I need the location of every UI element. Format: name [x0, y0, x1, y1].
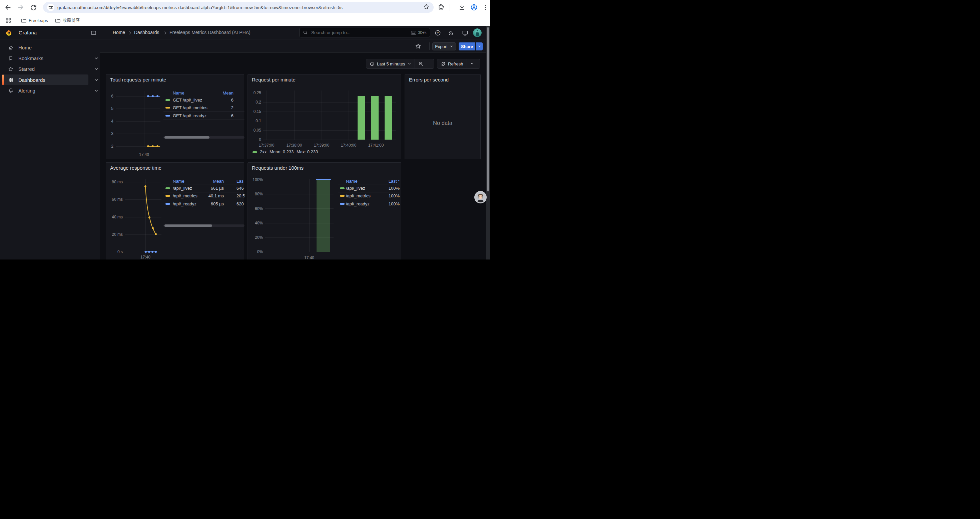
- panel-title[interactable]: Request per minute: [252, 77, 296, 83]
- apps-grid-button[interactable]: [3, 16, 13, 25]
- sidebar-item-label: Dashboards: [18, 77, 45, 83]
- legend-row: /api/_livez 661 µs 646: [164, 184, 245, 192]
- chevron-down-icon[interactable]: [94, 57, 99, 60]
- legend-max: Max: 0.233: [296, 149, 318, 154]
- forward-button[interactable]: [17, 4, 24, 11]
- legend-scrollbar-thumb[interactable]: [164, 224, 212, 227]
- sidebar-item-starred[interactable]: Starred: [2, 64, 88, 74]
- sidebar-item-label: Home: [18, 45, 32, 50]
- star-dashboard-button[interactable]: [414, 42, 422, 50]
- dashboards-grid-icon: [8, 77, 14, 83]
- help-icon: ?: [434, 30, 441, 36]
- sidebar-item-dashboards[interactable]: Dashboards: [2, 75, 88, 85]
- legend-series-name[interactable]: /api/_livez: [346, 186, 381, 191]
- y-tick: 0 s: [106, 249, 123, 254]
- bookmark-star-button[interactable]: [423, 3, 430, 11]
- user-avatar[interactable]: [473, 29, 482, 37]
- legend-header-mean[interactable]: Mean: [203, 179, 224, 184]
- legend-series-name[interactable]: /api/_readyz: [346, 201, 381, 206]
- series-color-pill: [165, 115, 170, 117]
- reload-button[interactable]: [30, 4, 37, 11]
- profile-button[interactable]: [470, 4, 478, 11]
- legend-header-mean[interactable]: Mean: [210, 91, 234, 96]
- readyz-100-line: [316, 179, 331, 180]
- y-tick: 0%: [248, 249, 263, 254]
- legend-series-name[interactable]: /api/_metrics: [346, 193, 381, 198]
- site-info-icon: [48, 5, 53, 10]
- gridline: [294, 91, 294, 140]
- extensions-button[interactable]: [437, 4, 445, 11]
- y-tick: 100%: [248, 177, 263, 182]
- legend-header-name[interactable]: Name: [346, 179, 381, 184]
- breadcrumb-dashboards[interactable]: Dashboards: [134, 30, 159, 35]
- data-point: [145, 251, 147, 253]
- data-point: [156, 95, 158, 97]
- folder-icon: [21, 18, 26, 23]
- refresh-interval-button[interactable]: [467, 59, 477, 69]
- chevron-down-icon[interactable]: [94, 67, 99, 71]
- legend-series-name[interactable]: GET /api/_readyz: [173, 113, 210, 118]
- chevron-down-icon[interactable]: [94, 89, 99, 93]
- bookmark-folder-blogs[interactable]: 收藏博客: [53, 16, 82, 25]
- search-box[interactable]: ⌘+k: [299, 28, 430, 37]
- x-tick: 17:40: [134, 152, 154, 157]
- sidebar-item-alerting[interactable]: Alerting: [2, 85, 88, 96]
- x-tick: 17:37:00: [255, 143, 278, 148]
- downloads-button[interactable]: [458, 4, 466, 11]
- panel-title[interactable]: Requests under 100ms: [252, 165, 304, 171]
- panel-title[interactable]: Average response time: [110, 165, 161, 171]
- legend-series-name[interactable]: GET /api/_metrics: [173, 105, 210, 110]
- legend-header-name[interactable]: Name: [173, 179, 203, 184]
- legend-series-name[interactable]: /api/_readyz: [173, 201, 203, 206]
- news-rss-button[interactable]: [447, 29, 455, 37]
- legend-series-name[interactable]: 2xx: [260, 149, 267, 154]
- legend-scrollbar-thumb[interactable]: [164, 136, 210, 139]
- star-icon: [8, 66, 14, 72]
- legend-series-name[interactable]: /api/_metrics: [173, 193, 203, 198]
- svg-text:?: ?: [437, 31, 439, 34]
- back-button[interactable]: [4, 4, 12, 11]
- chevron-down-icon[interactable]: [94, 78, 99, 82]
- page-scrollbar-thumb[interactable]: [487, 27, 489, 192]
- legend-row: /api/_metrics 100%: [338, 192, 399, 200]
- sidebar-item-label: Alerting: [18, 88, 35, 94]
- legend-header-last[interactable]: Last *: [381, 179, 399, 184]
- bookmark-label: 收藏博客: [63, 18, 80, 23]
- browser-menu-button[interactable]: [482, 4, 489, 11]
- legend-header-name[interactable]: Name: [173, 91, 210, 96]
- help-button[interactable]: ?: [434, 29, 442, 37]
- share-menu-button[interactable]: [476, 42, 483, 50]
- sidebar-item-bookmarks[interactable]: Bookmarks: [2, 53, 88, 64]
- display-mode-button[interactable]: [461, 29, 469, 37]
- page-scrollbar[interactable]: [486, 26, 490, 260]
- bell-icon: [8, 88, 14, 94]
- legend-series-name[interactable]: /api/_livez: [173, 186, 203, 191]
- legend-scrollbar: [164, 136, 245, 139]
- zoom-out-button[interactable]: [415, 59, 427, 69]
- sidebar-item-home[interactable]: Home: [2, 42, 88, 53]
- floating-assistant-avatar[interactable]: [474, 191, 487, 203]
- dock-sidebar-icon[interactable]: [91, 30, 96, 36]
- share-button[interactable]: Share: [459, 42, 475, 50]
- legend-value: 605 µs: [203, 201, 224, 206]
- series-color-pill: [340, 187, 345, 189]
- reload-icon: [30, 4, 37, 11]
- refresh-icon: [441, 61, 445, 67]
- x-tick: 17:40: [135, 255, 156, 260]
- panel-title[interactable]: Total requests per minute: [110, 77, 166, 83]
- breadcrumb-home[interactable]: Home: [113, 30, 125, 35]
- search-shortcut: ⌘+k: [411, 30, 426, 35]
- data-point: [148, 216, 150, 219]
- site-info-button[interactable]: [47, 4, 54, 11]
- url-bar[interactable]: grafana.mathmast.com/d/deytv4rwavabkb/fr…: [43, 2, 434, 13]
- legend-series-name[interactable]: GET /api/_livez: [173, 97, 210, 102]
- keyboard-icon: [411, 31, 416, 35]
- bookmark-folder-freeleaps[interactable]: Freeleaps: [19, 16, 50, 25]
- legend-header-last[interactable]: Las: [224, 179, 245, 184]
- y-tick: 4: [106, 119, 113, 124]
- time-range-picker[interactable]: Last 5 minutes: [366, 59, 415, 69]
- search-input[interactable]: [310, 30, 411, 35]
- refresh-button[interactable]: Refresh: [437, 59, 467, 69]
- panel-title[interactable]: Errors per second: [409, 77, 449, 83]
- export-button[interactable]: Export: [432, 42, 456, 50]
